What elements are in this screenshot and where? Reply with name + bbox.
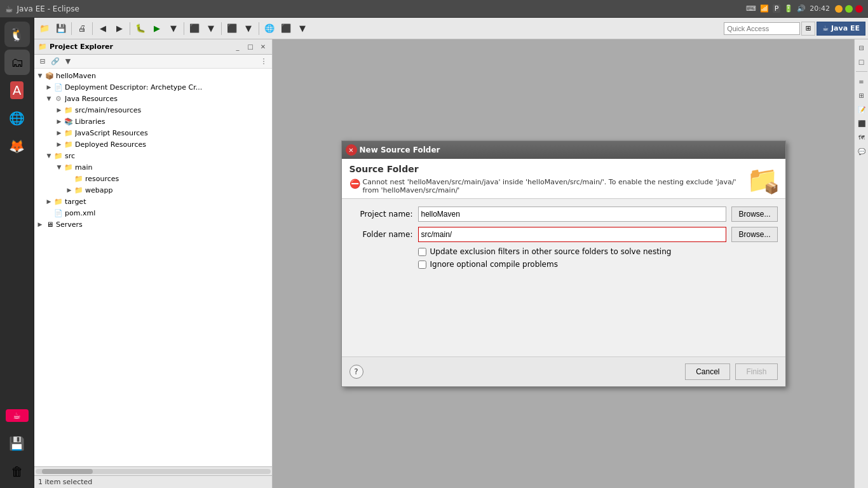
toggle-webapp[interactable]: ▶ xyxy=(65,187,74,193)
debug-button[interactable]: 🐛 xyxy=(133,20,148,37)
tree-item-hellomaven[interactable]: ▼ 📦 helloMaven xyxy=(34,70,272,81)
java-ee-icon: ☕ xyxy=(822,24,829,32)
tree-item-src[interactable]: ▼ 📁 src xyxy=(34,150,272,161)
tb-dropdown1[interactable]: ▼ xyxy=(166,20,181,37)
folder-name-input[interactable] xyxy=(418,227,727,242)
maximize-button[interactable] xyxy=(845,5,853,13)
tree-item-target[interactable]: ▶ 📁 target xyxy=(34,196,272,207)
tree-item-libraries[interactable]: ▶ 📚 Libraries xyxy=(34,116,272,127)
link-editor-button[interactable]: 🔗 xyxy=(50,56,61,67)
toggle-deployment[interactable]: ▶ xyxy=(44,84,53,90)
tree-item-java-resources[interactable]: ▼ ⚙ Java Resources xyxy=(34,93,272,104)
toggle-main[interactable]: ▼ xyxy=(55,164,64,170)
deployment-icon: 📄 xyxy=(53,82,64,92)
project-browse-button[interactable]: Browse... xyxy=(731,207,777,222)
tb-btn8[interactable]: ⬛ xyxy=(278,20,294,37)
toggle-libraries[interactable]: ▶ xyxy=(55,118,64,125)
finish-button[interactable]: Finish xyxy=(735,363,777,380)
dock-usb[interactable]: 💾 xyxy=(4,431,30,456)
toggle-src[interactable]: ▼ xyxy=(44,152,53,159)
window-controls[interactable] xyxy=(835,5,863,13)
scroll-thumb[interactable] xyxy=(42,469,93,474)
cancel-button[interactable]: Cancel xyxy=(685,363,730,380)
close-panel-button[interactable]: ✕ xyxy=(258,42,268,52)
toggle-hellomaven[interactable]: ▼ xyxy=(36,72,44,79)
editor-area: ✕ New Source Folder Source Folder ⛔ xyxy=(273,39,854,488)
rs-icon-2[interactable]: □ xyxy=(856,56,867,67)
panel-toolbar: ⊟ 🔗 ▼ ⋮ xyxy=(34,55,272,69)
rs-icon-6[interactable]: ⬛ xyxy=(856,118,867,129)
toggle-servers[interactable]: ▶ xyxy=(36,221,44,227)
dialog-spacer xyxy=(349,273,778,349)
panel-options-button[interactable]: ⋮ xyxy=(258,56,269,67)
tree-item-pom[interactable]: ▶ 📄 pom.xml xyxy=(34,207,272,219)
ignore-problems-checkbox[interactable] xyxy=(418,261,426,269)
toggle-target[interactable]: ▶ xyxy=(44,198,53,205)
dock-app1[interactable]: A xyxy=(4,78,30,103)
main-icon: 📁 xyxy=(64,162,74,172)
folder-name-row: Folder name: Browse... xyxy=(349,227,778,242)
update-exclusion-checkbox[interactable] xyxy=(418,248,426,256)
dialog-close-button[interactable]: ✕ xyxy=(346,144,357,156)
panel-icon: 📁 xyxy=(38,43,47,51)
rs-icon-7[interactable]: 🗺 xyxy=(856,132,867,143)
dialog-overlay: ✕ New Source Folder Source Folder ⛔ xyxy=(273,39,854,488)
resources-label: resources xyxy=(85,175,269,183)
toggle-java-resources[interactable]: ▼ xyxy=(44,95,53,102)
new-button[interactable]: 📁 xyxy=(37,20,52,37)
maximize-panel-button[interactable]: □ xyxy=(245,42,255,52)
toggle-deployed[interactable]: ▶ xyxy=(55,141,64,147)
tree-item-webapp[interactable]: ▶ 📁 webapp xyxy=(34,184,272,196)
error-text: Cannot nest 'helloMaven/src/main/java' i… xyxy=(363,178,741,194)
collapse-all-button[interactable]: ⊟ xyxy=(37,56,48,67)
project-name-input[interactable] xyxy=(418,207,727,222)
tree-item-deployment[interactable]: ▶ 📄 Deployment Descriptor: Archetype Cr.… xyxy=(34,81,272,93)
toggle-src-main-resources[interactable]: ▶ xyxy=(55,107,64,113)
tb-btn3[interactable]: ◀ xyxy=(95,20,111,37)
tb-dropdown4[interactable]: ▼ xyxy=(295,20,310,37)
rs-icon-1[interactable]: ⊟ xyxy=(856,42,867,53)
dock-files[interactable]: 🗂 xyxy=(4,50,30,75)
rs-icon-8[interactable]: 💬 xyxy=(856,146,867,157)
tb-btn6[interactable]: ⬛ xyxy=(224,20,240,37)
tree-item-deployed-resources[interactable]: ▶ 📁 Deployed Resources xyxy=(34,139,272,150)
tb-dropdown2[interactable]: ▼ xyxy=(203,20,219,37)
tb-btn4[interactable]: ▶ xyxy=(112,20,127,37)
tb-btn7[interactable]: 🌐 xyxy=(262,20,277,37)
dialog-content: Source Folder ⛔ Cannot nest 'helloMaven/… xyxy=(342,159,785,386)
dock-ubuntu[interactable]: 🐧 xyxy=(4,22,30,47)
horizontal-scrollbar[interactable] xyxy=(34,466,272,475)
tree-item-javascript[interactable]: ▶ 📁 JavaScript Resources xyxy=(34,127,272,139)
target-label: target xyxy=(65,198,269,206)
tree-item-resources[interactable]: ▶ 📁 resources xyxy=(34,173,272,184)
print-button[interactable]: 🖨 xyxy=(74,20,90,37)
rs-icon-5[interactable]: 📝 xyxy=(856,104,867,115)
folder-browse-button[interactable]: Browse... xyxy=(731,227,777,242)
help-button[interactable]: ? xyxy=(349,365,363,379)
run-button[interactable]: ▶ xyxy=(149,20,165,37)
tb-btn5[interactable]: ⬛ xyxy=(187,20,202,37)
javascript-label: JavaScript Resources xyxy=(75,129,269,137)
toggle-javascript[interactable]: ▶ xyxy=(55,130,64,136)
rs-icon-3[interactable]: ≡ xyxy=(856,76,867,87)
java-ee-perspective[interactable]: ☕ Java EE xyxy=(817,22,865,36)
minimize-button[interactable] xyxy=(835,5,843,13)
panel-menu-button[interactable]: ▼ xyxy=(62,56,74,67)
tree-item-src-main-resources[interactable]: ▶ 📁 src/main/resources xyxy=(34,104,272,116)
dialog-footer: ? Cancel Finish xyxy=(342,356,785,386)
work-area: 📁 Project Explorer _ □ ✕ ⊟ 🔗 ▼ ⋮ ▼ xyxy=(34,39,868,488)
window-title: Java EE - Eclipse xyxy=(17,4,746,13)
rs-icon-4[interactable]: ⊞ xyxy=(856,90,867,101)
dock-javaee[interactable]: ☕ xyxy=(4,403,30,428)
save-button[interactable]: 💾 xyxy=(53,20,69,37)
tb-dropdown3[interactable]: ▼ xyxy=(241,20,256,37)
close-button[interactable] xyxy=(855,5,863,13)
dock-chromium[interactable]: 🌐 xyxy=(4,105,30,131)
perspective-button[interactable]: ⊞ xyxy=(801,22,815,36)
dock-firefox[interactable]: 🦊 xyxy=(4,133,30,159)
dock-trash[interactable]: 🗑 xyxy=(4,459,30,484)
quick-access-input[interactable] xyxy=(724,22,800,35)
tree-item-main[interactable]: ▼ 📁 main xyxy=(34,161,272,173)
tree-item-servers[interactable]: ▶ 🖥 Servers xyxy=(34,219,272,230)
minimize-panel-button[interactable]: _ xyxy=(233,42,243,52)
